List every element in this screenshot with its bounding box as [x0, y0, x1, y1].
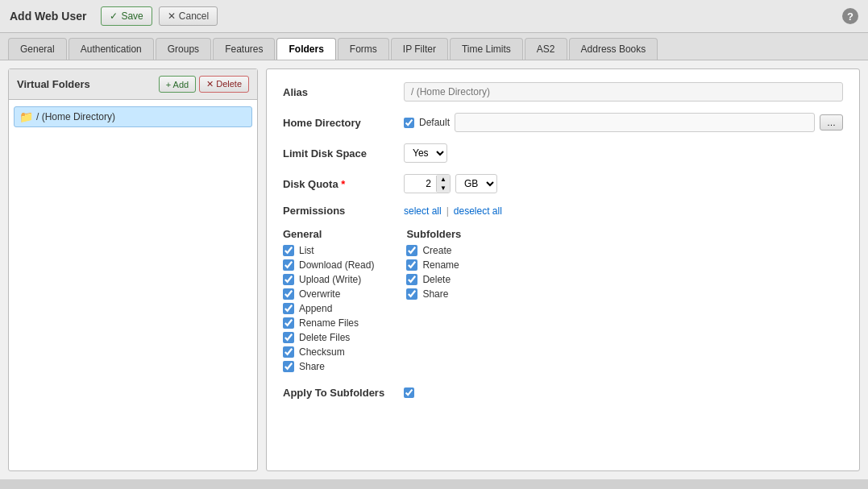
perm-subfolder-rename-label[interactable]: Rename — [422, 259, 459, 271]
alias-control — [404, 82, 843, 102]
limit-disk-select[interactable]: Yes No — [404, 143, 447, 163]
tab-address-books[interactable]: Address Books — [569, 38, 658, 60]
home-dir-default-checkbox[interactable] — [404, 118, 414, 128]
alias-input[interactable] — [404, 82, 843, 102]
page-title: Add Web User — [10, 10, 86, 23]
x-icon: ✕ — [168, 10, 176, 22]
perm-divider: | — [446, 205, 449, 217]
perm-subfolder-delete-checkbox[interactable] — [406, 274, 417, 285]
main-content: Virtual Folders + Add ✕ Delete 📁 / (Home… — [0, 60, 868, 479]
perm-download-checkbox[interactable] — [283, 259, 294, 271]
select-all-link[interactable]: select all — [404, 205, 442, 217]
delete-folder-button[interactable]: ✕ Delete — [199, 76, 249, 93]
alias-row: Alias — [283, 82, 843, 102]
perm-subfolder-create-label[interactable]: Create — [422, 245, 451, 256]
save-button[interactable]: ✓ Save — [101, 6, 152, 26]
limit-disk-row: Limit Disk Space Yes No — [283, 143, 843, 163]
perm-rename-files: Rename Files — [283, 317, 374, 329]
limit-disk-label: Limit Disk Space — [283, 147, 404, 160]
add-folder-button[interactable]: + Add — [159, 76, 196, 93]
quota-input-wrapper: ▲ ▼ — [404, 174, 451, 193]
quota-up-button[interactable]: ▲ — [437, 175, 450, 184]
home-dir-default-label[interactable]: Default — [419, 117, 450, 128]
browse-button[interactable]: … — [820, 114, 843, 131]
tab-ip-filter[interactable]: IP Filter — [391, 38, 448, 60]
perm-delete-files: Delete Files — [283, 332, 374, 343]
cancel-button[interactable]: ✕ Cancel — [159, 6, 218, 26]
left-panel: Virtual Folders + Add ✕ Delete 📁 / (Home… — [8, 68, 258, 471]
apply-subfolders-row: Apply To Subfolders — [283, 387, 843, 399]
folder-action-buttons: + Add ✕ Delete — [159, 76, 249, 93]
perm-upload-checkbox[interactable] — [283, 274, 294, 285]
required-star: * — [341, 178, 345, 190]
limit-disk-control: Yes No — [404, 143, 843, 163]
tab-time-limits[interactable]: Time Limits — [450, 38, 523, 60]
disk-quota-control: ▲ ▼ GB MB TB — [404, 174, 843, 193]
perm-overwrite-label[interactable]: Overwrite — [299, 288, 340, 300]
help-button[interactable]: ? — [842, 8, 858, 24]
perm-rename-files-checkbox[interactable] — [283, 317, 294, 329]
perm-share: Share — [283, 361, 374, 372]
perm-checksum-label[interactable]: Checksum — [299, 346, 345, 358]
perm-upload: Upload (Write) — [283, 274, 374, 285]
folder-item-home[interactable]: 📁 / (Home Directory) — [14, 106, 252, 127]
tab-authentication[interactable]: Authentication — [69, 38, 154, 60]
quota-unit-select[interactable]: GB MB TB — [455, 174, 497, 193]
perm-append-label[interactable]: Append — [299, 303, 332, 314]
subfolders-perms-group: Subfolders Create Rename Delete Share — [406, 228, 461, 375]
apply-subfolders-label: Apply To Subfolders — [283, 387, 404, 399]
general-perms-group: General List Download (Read) Upload (Wri… — [283, 228, 374, 375]
tab-forms[interactable]: Forms — [338, 38, 389, 60]
disk-quota-row: Disk Quota * ▲ ▼ GB MB TB — [283, 174, 843, 193]
perm-list-checkbox[interactable] — [283, 245, 294, 256]
perm-rename-files-label[interactable]: Rename Files — [299, 317, 359, 329]
perm-subfolder-share-label[interactable]: Share — [422, 288, 448, 300]
perm-delete-files-label[interactable]: Delete Files — [299, 332, 350, 343]
perm-upload-label[interactable]: Upload (Write) — [299, 274, 361, 285]
deselect-all-link[interactable]: deselect all — [454, 205, 502, 217]
perm-download: Download (Read) — [283, 259, 374, 271]
tabs-bar: General Authentication Groups Features F… — [0, 33, 868, 60]
perm-delete-files-checkbox[interactable] — [283, 332, 294, 343]
folder-tree: 📁 / (Home Directory) — [9, 100, 257, 134]
folder-icon: 📁 — [19, 110, 33, 123]
quota-down-button[interactable]: ▼ — [437, 184, 450, 193]
tab-as2[interactable]: AS2 — [525, 38, 567, 60]
quota-value-input[interactable] — [405, 176, 437, 192]
perm-share-checkbox[interactable] — [283, 361, 294, 372]
folder-item-label: / (Home Directory) — [36, 111, 115, 122]
permissions-section: General List Download (Read) Upload (Wri… — [283, 228, 843, 375]
perm-overwrite: Overwrite — [283, 288, 374, 300]
perm-subfolder-share-checkbox[interactable] — [406, 288, 417, 300]
perm-list-label[interactable]: List — [299, 245, 314, 256]
perm-download-label[interactable]: Download (Read) — [299, 259, 374, 271]
right-panel: Alias Home Directory Default … Limit Dis… — [266, 68, 860, 471]
perm-subfolder-rename-checkbox[interactable] — [406, 259, 417, 271]
tab-folders[interactable]: Folders — [276, 38, 335, 60]
home-dir-input[interactable] — [455, 113, 815, 132]
perm-list: List — [283, 245, 374, 256]
left-panel-header: Virtual Folders + Add ✕ Delete — [9, 69, 257, 100]
perm-share-label[interactable]: Share — [299, 361, 325, 372]
tab-general[interactable]: General — [8, 38, 67, 60]
tab-features[interactable]: Features — [213, 38, 275, 60]
perm-checksum-checkbox[interactable] — [283, 346, 294, 358]
subfolders-perms-title: Subfolders — [406, 228, 461, 240]
apply-subfolders-checkbox[interactable] — [404, 387, 414, 398]
perm-overwrite-checkbox[interactable] — [283, 288, 294, 300]
perm-checksum: Checksum — [283, 346, 374, 358]
general-perms-title: General — [283, 228, 374, 240]
perm-append-checkbox[interactable] — [283, 303, 294, 314]
home-dir-label: Home Directory — [283, 117, 404, 129]
alias-label: Alias — [283, 86, 404, 98]
perm-subfolder-share: Share — [406, 288, 461, 300]
tab-groups[interactable]: Groups — [156, 38, 211, 60]
disk-quota-label: Disk Quota * — [283, 178, 404, 190]
perm-subfolder-rename: Rename — [406, 259, 461, 271]
quota-spinner: ▲ ▼ — [437, 175, 450, 193]
check-icon: ✓ — [110, 10, 118, 22]
perm-subfolder-delete: Delete — [406, 274, 461, 285]
permissions-label: Permissions — [283, 205, 404, 217]
perm-subfolder-delete-label[interactable]: Delete — [422, 274, 451, 285]
perm-subfolder-create-checkbox[interactable] — [406, 245, 417, 256]
